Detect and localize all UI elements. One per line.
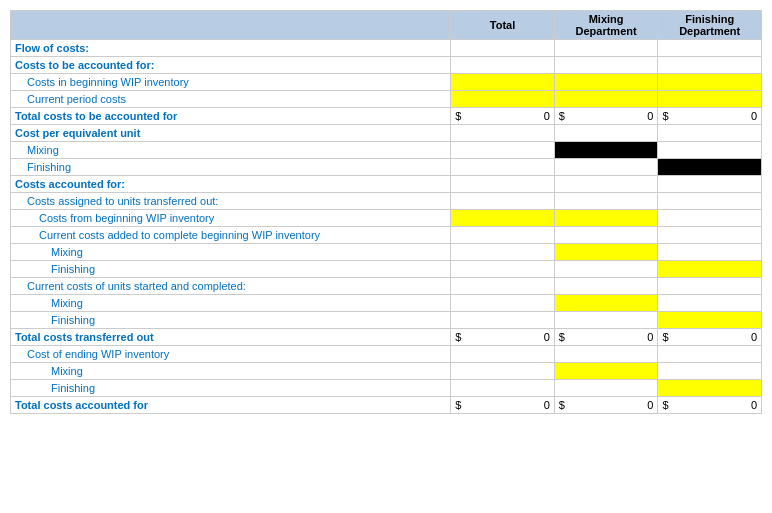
mixing-started-finishing xyxy=(658,295,762,312)
begin-wip-finishing-input[interactable] xyxy=(658,74,762,91)
table-row: Mixing xyxy=(11,363,762,380)
total-accounted-total: $0 xyxy=(451,397,555,414)
total-accounted-label: Total costs accounted for xyxy=(11,397,451,414)
flow-finishing xyxy=(658,40,762,57)
mixing-complete-mixing-input[interactable] xyxy=(554,244,658,261)
table-row: Finishing xyxy=(11,380,762,397)
costs-af-label: Costs accounted for: xyxy=(11,176,451,193)
finishing-complete-label: Finishing xyxy=(11,261,451,278)
finishing-ending-total xyxy=(451,380,555,397)
table-row: Flow of costs: xyxy=(11,40,762,57)
current-costs-started-finishing xyxy=(658,278,762,295)
table-row: Costs assigned to units transferred out: xyxy=(11,193,762,210)
table-row: Costs in beginning WIP inventory xyxy=(11,74,762,91)
current-period-finishing-input[interactable] xyxy=(658,91,762,108)
costs-from-begin-total-input[interactable] xyxy=(451,210,555,227)
finishing-complete-finishing-input[interactable] xyxy=(658,261,762,278)
total-accounted-row: Total costs accounted for $0 $0 $0 xyxy=(11,397,762,414)
mixing-ending-mixing-input[interactable] xyxy=(554,363,658,380)
finishing-cpu-total xyxy=(451,159,555,176)
table-row: Finishing xyxy=(11,261,762,278)
ending-wip-total xyxy=(451,346,555,363)
table-row: Costs to be accounted for: xyxy=(11,57,762,74)
costs-tba-mixing xyxy=(554,57,658,74)
mixing-ending-total xyxy=(451,363,555,380)
mixing-cpu-mixing-input[interactable] xyxy=(554,142,658,159)
mixing-complete-total xyxy=(451,244,555,261)
current-period-mixing-input[interactable] xyxy=(554,91,658,108)
table-row: Finishing xyxy=(11,312,762,329)
header-mixing: Mixing Department xyxy=(554,11,658,40)
current-costs-started-total xyxy=(451,278,555,295)
table-row: Current period costs xyxy=(11,91,762,108)
current-costs-started-label: Current costs of units started and compl… xyxy=(11,278,451,295)
table-row: Cost per equivalent unit xyxy=(11,125,762,142)
header-total: Total xyxy=(451,11,555,40)
total-transferred-total: $0 xyxy=(451,329,555,346)
mixing-started-mixing-input[interactable] xyxy=(554,295,658,312)
finishing-ending-finishing-input[interactable] xyxy=(658,380,762,397)
finishing-ending-mixing xyxy=(554,380,658,397)
total-costs-label: Total costs to be accounted for xyxy=(11,108,451,125)
table-row: Finishing xyxy=(11,159,762,176)
costs-from-begin-mixing-input[interactable] xyxy=(554,210,658,227)
costs-tba-label: Costs to be accounted for: xyxy=(11,57,451,74)
total-costs-total: $0 xyxy=(451,108,555,125)
finishing-cpu-mixing xyxy=(554,159,658,176)
total-accounted-mixing: $0 xyxy=(554,397,658,414)
current-period-label: Current period costs xyxy=(11,91,451,108)
costs-af-finishing xyxy=(658,176,762,193)
cpu-total xyxy=(451,125,555,142)
current-costs-complete-total xyxy=(451,227,555,244)
costs-af-mixing xyxy=(554,176,658,193)
mixing-started-total xyxy=(451,295,555,312)
total-costs-row: Total costs to be accounted for $0 $0 $0 xyxy=(11,108,762,125)
begin-wip-total-input[interactable] xyxy=(451,74,555,91)
table-row: Costs accounted for: xyxy=(11,176,762,193)
flow-of-costs-label: Flow of costs: xyxy=(11,40,451,57)
table-row: Mixing xyxy=(11,142,762,159)
finishing-complete-total xyxy=(451,261,555,278)
total-transferred-row: Total costs transferred out $0 $0 $0 xyxy=(11,329,762,346)
total-costs-finishing: $0 xyxy=(658,108,762,125)
finishing-complete-mixing xyxy=(554,261,658,278)
total-accounted-finishing: $0 xyxy=(658,397,762,414)
flow-mixing xyxy=(554,40,658,57)
finishing-cpu-finishing-input[interactable] xyxy=(658,159,762,176)
finishing-cpu-label: Finishing xyxy=(11,159,451,176)
mixing-complete-finishing xyxy=(658,244,762,261)
begin-wip-mixing-input[interactable] xyxy=(554,74,658,91)
header-finishing: Finishing Department xyxy=(658,11,762,40)
header-label-col xyxy=(11,11,451,40)
mixing-cpu-finishing xyxy=(658,142,762,159)
current-costs-complete-label: Current costs added to complete beginnin… xyxy=(11,227,451,244)
current-costs-complete-finishing xyxy=(658,227,762,244)
finishing-started-label: Finishing xyxy=(11,312,451,329)
table-row: Costs from beginning WIP inventory xyxy=(11,210,762,227)
mixing-cpu-total xyxy=(451,142,555,159)
cpu-finishing xyxy=(658,125,762,142)
mixing-ending-label: Mixing xyxy=(11,363,451,380)
costs-assigned-total xyxy=(451,193,555,210)
cost-flow-table: Total Mixing Department Finishing Depart… xyxy=(10,10,762,414)
table-row: Current costs added to complete beginnin… xyxy=(11,227,762,244)
current-period-total-input[interactable] xyxy=(451,91,555,108)
total-costs-mixing: $0 xyxy=(554,108,658,125)
costs-tba-finishing xyxy=(658,57,762,74)
cpu-label: Cost per equivalent unit xyxy=(11,125,451,142)
total-transferred-mixing: $0 xyxy=(554,329,658,346)
begin-wip-label: Costs in beginning WIP inventory xyxy=(11,74,451,91)
mixing-started-label: Mixing xyxy=(11,295,451,312)
costs-af-total xyxy=(451,176,555,193)
costs-assigned-label: Costs assigned to units transferred out: xyxy=(11,193,451,210)
finishing-ending-label: Finishing xyxy=(11,380,451,397)
finishing-started-finishing-input[interactable] xyxy=(658,312,762,329)
ending-wip-finishing xyxy=(658,346,762,363)
flow-total xyxy=(451,40,555,57)
costs-tba-total xyxy=(451,57,555,74)
ending-wip-label: Cost of ending WIP inventory xyxy=(11,346,451,363)
ending-wip-mixing xyxy=(554,346,658,363)
mixing-complete-label: Mixing xyxy=(11,244,451,261)
costs-from-begin-label: Costs from beginning WIP inventory xyxy=(11,210,451,227)
table-row: Current costs of units started and compl… xyxy=(11,278,762,295)
